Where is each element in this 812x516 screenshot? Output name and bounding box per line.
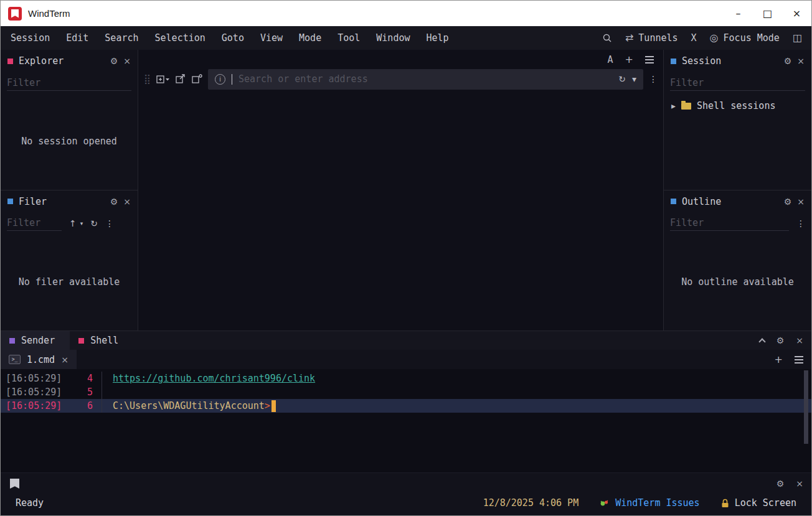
- menu-tool[interactable]: Tool: [329, 26, 368, 50]
- close-button[interactable]: ×: [782, 1, 811, 26]
- transient-session-icon[interactable]: [192, 74, 202, 84]
- menu-search[interactable]: Search: [97, 26, 146, 50]
- address-refresh-icon[interactable]: ↻: [618, 74, 626, 84]
- explorer-panel: Explorer ⚙ × No session opened: [1, 50, 138, 190]
- folder-icon: [681, 103, 691, 110]
- focus-mode-button[interactable]: ◎ Focus Mode: [710, 32, 780, 44]
- session-close-icon[interactable]: ×: [797, 57, 805, 65]
- statusbar-settings-icon[interactable]: ⚙: [777, 479, 785, 488]
- statusbar: ⚙ × Ready 12/8/2025 4:06 PM WindTerm Iss…: [1, 472, 811, 515]
- terminal-tab-list-icon[interactable]: [795, 356, 803, 364]
- bottom-close-icon[interactable]: ×: [796, 336, 803, 345]
- terminal-tab-1cmd[interactable]: >_ 1.cmd ×: [1, 350, 77, 369]
- sender-square-icon: [9, 338, 15, 344]
- search-icon[interactable]: [602, 33, 612, 43]
- collapse-panel-icon[interactable]: [758, 338, 765, 345]
- tab-sender[interactable]: Sender: [1, 331, 70, 350]
- terminal-tab-label: 1.cmd: [27, 354, 55, 365]
- menu-mode[interactable]: Mode: [291, 26, 329, 50]
- lock-icon: [721, 499, 729, 508]
- drag-handle-icon[interactable]: ⣿: [144, 73, 151, 85]
- sender-tab-label: Sender: [21, 335, 55, 346]
- address-input[interactable]: [238, 73, 612, 85]
- statusbar-close-icon[interactable]: ×: [796, 479, 803, 488]
- log-book-icon[interactable]: [10, 479, 19, 489]
- terminal-link[interactable]: https://github.com/chrisant996/clink: [102, 372, 315, 385]
- tunnels-label: Tunnels: [638, 32, 677, 44]
- terminal-line: [16:05:29] 5: [1, 385, 811, 399]
- filer-settings-icon[interactable]: ⚙: [110, 197, 118, 206]
- terminal-line-current: [16:05:29] 6 C:\Users\WDAGUtilityAccount…: [1, 399, 811, 413]
- line-number: 5: [64, 387, 93, 398]
- address-more-icon[interactable]: ⋮: [649, 74, 658, 84]
- menu-goto[interactable]: Goto: [214, 26, 252, 50]
- terminal-scrollbar[interactable]: [804, 370, 808, 444]
- line-number: 4: [64, 373, 93, 384]
- menu-session[interactable]: Session: [2, 26, 58, 50]
- tunnels-button[interactable]: ⇄ Tunnels: [625, 32, 678, 44]
- titlebar: WindTerm – □ ×: [1, 1, 811, 26]
- terminal-line: [16:05:29] 4 https://github.com/chrisant…: [1, 372, 811, 385]
- outline-title: Outline: [682, 196, 721, 207]
- line-timestamp: [16:05:29]: [1, 387, 64, 398]
- explorer-settings-icon[interactable]: ⚙: [110, 57, 118, 65]
- new-terminal-tab-icon[interactable]: +: [775, 355, 783, 365]
- terminal-tabbar: >_ 1.cmd × +: [1, 350, 811, 369]
- session-settings-icon[interactable]: ⚙: [784, 57, 792, 65]
- filer-close-icon[interactable]: ×: [123, 197, 131, 206]
- tree-item-shell-sessions[interactable]: ▸ Shell sessions: [664, 93, 811, 111]
- maximize-button[interactable]: □: [753, 1, 782, 26]
- add-button[interactable]: +: [625, 55, 633, 65]
- menu-edit[interactable]: Edit: [58, 26, 97, 50]
- main-menu-icon[interactable]: [645, 56, 654, 63]
- prompt-char: >: [265, 400, 270, 411]
- terminal-output: [16:05:29] 4 https://github.com/chrisant…: [1, 369, 811, 472]
- tab-shell[interactable]: Shell: [70, 331, 133, 350]
- text-caret: [232, 74, 232, 85]
- address-bar[interactable]: i ↻ ▾: [208, 69, 643, 90]
- minimize-button[interactable]: –: [724, 1, 753, 26]
- main-area: A + ⣿ i ↻ ▾: [138, 50, 664, 331]
- session-filter-input[interactable]: [670, 75, 805, 91]
- outline-empty-text: No outline available: [664, 234, 811, 331]
- windterm-issues-link[interactable]: WindTerm Issues: [600, 497, 699, 509]
- explorer-filter-input[interactable]: [7, 75, 131, 91]
- font-size-button[interactable]: A: [608, 54, 613, 65]
- bottom-panel: Sender Shell ⚙ × >_ 1.cmd × +: [1, 331, 811, 472]
- filer-refresh-icon[interactable]: ↻: [90, 218, 98, 228]
- outline-filter-input[interactable]: [670, 215, 789, 231]
- new-session-icon[interactable]: [156, 74, 170, 84]
- shell-tab-label: Shell: [90, 335, 118, 346]
- filer-up-icon[interactable]: ↑: [69, 218, 77, 228]
- menu-view[interactable]: View: [252, 26, 291, 50]
- chevron-right-icon: ▸: [671, 101, 676, 110]
- lock-screen-button[interactable]: Lock Screen: [721, 497, 796, 509]
- outline-more-icon[interactable]: ⋮: [796, 218, 805, 228]
- address-dropdown-icon[interactable]: ▾: [632, 75, 636, 83]
- session-title: Session: [682, 55, 721, 67]
- explorer-square-icon: [7, 59, 13, 64]
- menu-window[interactable]: Window: [368, 26, 418, 50]
- filer-more-icon[interactable]: ⋮: [105, 218, 114, 228]
- outline-settings-icon[interactable]: ⚙: [784, 197, 792, 206]
- filer-up-dropdown-icon[interactable]: ▾: [80, 220, 83, 227]
- x-server-button[interactable]: X: [691, 32, 697, 44]
- window-title: WindTerm: [28, 8, 70, 19]
- shell-square-icon: [78, 338, 84, 344]
- filer-filter-input[interactable]: [7, 215, 62, 231]
- open-in-new-window-icon[interactable]: [176, 74, 186, 84]
- outline-panel: Outline ⚙ × ⋮ No outline available: [664, 190, 811, 331]
- bug-icon: [600, 499, 610, 507]
- explorer-close-icon[interactable]: ×: [123, 57, 131, 65]
- bottom-settings-icon[interactable]: ⚙: [777, 336, 785, 345]
- layout-icon[interactable]: ◫: [793, 33, 802, 43]
- outline-close-icon[interactable]: ×: [797, 197, 805, 206]
- terminal-tab-close-icon[interactable]: ×: [61, 355, 68, 364]
- menu-help[interactable]: Help: [418, 26, 457, 50]
- session-panel: Session ⚙ × ▸ Shell sessions: [664, 50, 811, 190]
- info-icon[interactable]: i: [215, 74, 225, 85]
- filer-empty-text: No filer available: [1, 234, 138, 331]
- window-controls: – □ ×: [724, 1, 811, 26]
- menu-selection[interactable]: Selection: [147, 26, 214, 50]
- explorer-title: Explorer: [19, 55, 64, 67]
